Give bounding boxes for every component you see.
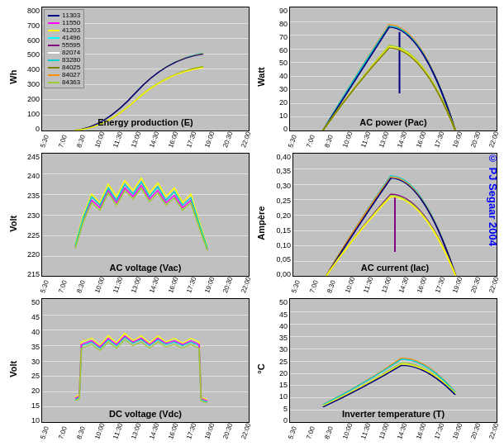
xtick-label: 11:30 [360,132,373,149]
xtick-label: 7:00 [305,424,317,440]
yticks: 504540353025201510 [20,298,41,425]
ytick-label: 30 [31,358,40,366]
ytick-label: 50 [279,298,288,306]
xtick-label: 11:30 [112,278,125,294]
xtick-label: 8:30 [323,132,335,149]
legend-swatch [48,52,59,54]
plot-area: 1130311550412034149655595820748328084025… [41,7,250,131]
legend-label: 41203 [62,26,80,34]
xtick-label: 19:00 [203,424,216,440]
legend-entry: 82074 [48,49,80,56]
legend-label: 84025 [62,64,80,71]
xtick-label: 17:30 [185,132,197,149]
ytick-label: 225 [27,231,40,240]
ytick-label: 25 [31,372,40,380]
ytick-label: 45 [279,311,288,319]
legend-swatch [48,37,59,39]
xtick-label: 19:00 [451,132,464,149]
legend-box: 1130311550412034149655595820748328084025… [44,9,84,88]
xtick-label: 20:30 [469,278,482,294]
ytick-label: 40 [279,322,288,330]
ytick-label: 500 [27,50,40,59]
xtick-label: 16:00 [415,132,427,149]
ytick-label: 60 [279,46,288,55]
legend-swatch [48,82,59,83]
xtick-label: 22:00 [487,278,500,294]
xtick-label: 17:30 [433,424,445,440]
xtick-label: 17:30 [185,424,197,440]
xtick-label: 19:00 [203,278,216,294]
plot-area: DC voltage (Vdc) [41,298,250,423]
ytick-label: 0 [36,125,40,133]
copyright-label: © PJ Segaar 2004 [487,152,499,246]
xtick-label: 13:00 [378,132,391,149]
xtick-label: 20:30 [469,424,482,440]
xtick-label: 13:00 [378,424,391,440]
xtick-label: 17:30 [434,278,446,294]
ytick-label: 0,05 [276,255,291,263]
ytick-label: 20 [279,369,288,377]
xtick-label: 5:30 [290,278,302,294]
ytick-label: 35 [279,334,288,342]
legend-entry: 55595 [48,41,80,49]
yticks: 50454035302520151050 [268,298,289,425]
xtick-label: 8:30 [75,424,88,440]
xtick-label: 7:00 [57,278,69,294]
legend-entry: 41203 [48,26,80,34]
xtick-label: 17:30 [433,132,445,149]
ytick-label: 215 [27,270,40,278]
ytick-label: 0 [283,416,288,425]
ytick-label: 0,35 [276,167,291,175]
legend-swatch [48,30,59,31]
xtick-label: 22:00 [487,132,500,149]
panel-energy: Wh 8007006005004003002001000 11303115504… [7,7,250,148]
ytick-label: 300 [27,80,40,88]
xtick-label: 11:30 [112,424,125,440]
ytick-label: 90 [279,7,288,15]
ytick-label: 35 [31,343,40,351]
ylabel: Ampère [254,153,268,294]
xtick-label: 13:00 [131,424,143,440]
xtick-label: 7:00 [57,424,69,440]
xtick-label: 13:00 [131,278,143,294]
legend-entry: 41496 [48,34,80,41]
legend-entry: 84027 [48,71,80,78]
xtick-label: 20:30 [221,278,234,294]
ytick-label: 50 [31,298,40,306]
xtick-label: 10:00 [93,424,106,440]
ytick-label: 30 [279,345,288,353]
yticks: 0,400,350,300,250,200,150,100,050,00 [268,153,292,279]
xtick-label: 14:30 [397,132,409,149]
legend-label: 55595 [62,41,80,49]
ylabel: Watt [254,7,268,148]
panel-temp: °C 50454035302520151050 Inverter tempera… [254,298,497,439]
ytick-label: 0,25 [276,197,291,205]
ytick-label: 600 [27,36,40,45]
xticks: 5:307:008:3010:0011:3013:0014:3016:0017:… [292,277,497,293]
ytick-label: 0,10 [276,241,291,249]
yticks: 8007006005004003002001000 [20,7,41,133]
xtick-label: 22:00 [240,424,252,440]
legend-label: 83280 [62,56,80,64]
ytick-label: 15 [31,401,40,410]
legend-label: 11550 [62,19,80,26]
ytick-label: 30 [279,85,288,93]
xtick-label: 7:00 [308,278,321,294]
xtick-label: 16:00 [167,278,179,294]
ytick-label: 5 [283,405,288,413]
xtick-label: 5:30 [39,132,51,149]
xticks: 5:307:008:3010:0011:3013:0014:3016:0017:… [289,131,497,148]
plot-area: Inverter temperature (T) [289,298,497,423]
xtick-label: 8:30 [323,424,335,440]
ytick-label: 220 [27,250,40,259]
xtick-label: 19:00 [451,424,464,440]
chart-grid: © PJ Segaar 2004 Wh 80070060050040030020… [7,7,497,439]
xtick-label: 22:00 [487,424,500,440]
xtick-label: 11:30 [112,132,125,149]
legend-label: 84363 [62,78,80,86]
ytick-label: 45 [31,313,40,321]
ytick-label: 20 [31,387,40,395]
panel-vac: Volt 245240235230225220215 AC voltage (V… [7,153,250,294]
xtick-label: 11:30 [360,424,373,440]
xtick-label: 16:00 [167,132,179,149]
